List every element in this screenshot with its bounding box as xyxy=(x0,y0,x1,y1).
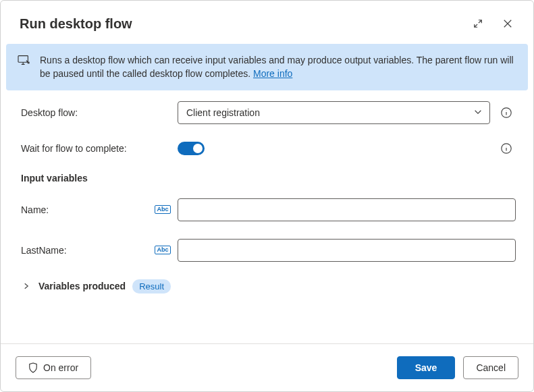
info-icon xyxy=(500,107,512,119)
chevron-right-icon xyxy=(22,282,30,290)
lastname-input[interactable] xyxy=(178,239,516,262)
text-type-icon: Abc xyxy=(155,205,170,214)
on-error-label: On error xyxy=(43,362,78,373)
name-row: Name: Abc xyxy=(21,198,516,221)
input-variables-heading: Input variables xyxy=(21,173,516,184)
shield-icon xyxy=(28,362,38,373)
cancel-button[interactable]: Cancel xyxy=(463,356,518,379)
info-text: Runs a desktop flow which can receive in… xyxy=(40,53,514,81)
variables-produced-row: Variables produced Result xyxy=(21,279,516,293)
name-label: Name: xyxy=(21,204,148,215)
desktop-flow-select[interactable]: Client registration xyxy=(178,101,490,124)
info-banner: Runs a desktop flow which can receive in… xyxy=(6,44,528,90)
lastname-label: LastName: xyxy=(21,245,148,256)
wait-label: Wait for flow to complete: xyxy=(21,143,148,154)
desktop-flow-label: Desktop flow: xyxy=(21,107,148,118)
dialog-footer: On error Save Cancel xyxy=(1,343,533,391)
desktop-flow-icon xyxy=(17,55,30,69)
wait-toggle[interactable] xyxy=(178,142,205,155)
expand-icon xyxy=(473,19,483,28)
chevron-down-icon xyxy=(473,107,483,118)
dialog-title: Run desktop flow xyxy=(20,16,459,32)
desktop-flow-info-button[interactable] xyxy=(497,107,516,119)
on-error-button[interactable]: On error xyxy=(16,356,91,379)
dialog-header: Run desktop flow xyxy=(1,1,533,44)
more-info-link[interactable]: More info xyxy=(253,68,292,79)
expand-button[interactable] xyxy=(467,13,489,34)
info-icon xyxy=(500,142,512,155)
desktop-flow-value: Client registration xyxy=(186,107,260,118)
toggle-knob xyxy=(193,144,203,153)
variables-produced-label: Variables produced xyxy=(38,281,126,291)
save-button[interactable]: Save xyxy=(397,356,456,379)
dialog-content: Desktop flow: Client registration Wait f… xyxy=(1,97,533,343)
wait-info-button[interactable] xyxy=(497,142,516,155)
name-input[interactable] xyxy=(178,198,516,221)
expand-variables-button[interactable] xyxy=(21,282,32,290)
text-type-icon: Abc xyxy=(155,246,170,254)
dialog: Run desktop flow Runs a desktop flow whi… xyxy=(0,0,534,392)
lastname-row: LastName: Abc xyxy=(21,239,516,262)
close-button[interactable] xyxy=(497,13,518,34)
result-variable-pill[interactable]: Result xyxy=(132,279,171,293)
desktop-flow-row: Desktop flow: Client registration xyxy=(21,101,516,124)
close-icon xyxy=(503,19,512,28)
wait-row: Wait for flow to complete: xyxy=(21,142,516,155)
